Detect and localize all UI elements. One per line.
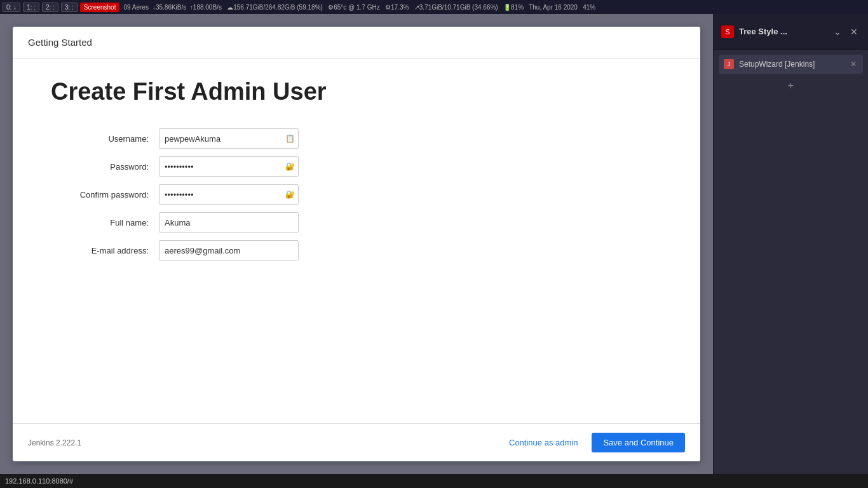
bottom-bar: 192.168.0.110:8080/# bbox=[0, 474, 868, 488]
browser-area: Getting Started Create First Admin User … bbox=[0, 14, 713, 474]
fullname-row: Full name: bbox=[51, 208, 662, 236]
password-label: Password: bbox=[51, 152, 159, 180]
tab-close-button[interactable]: ✕ bbox=[849, 58, 858, 70]
sidebar-controls: ⌄ ✕ bbox=[831, 25, 860, 38]
tab-label: SetupWizard [Jenkins] bbox=[739, 60, 844, 69]
footer-actions: Continue as admin Save and Continue bbox=[503, 433, 685, 452]
sys-tag-2[interactable]: 2: : bbox=[42, 3, 58, 12]
form-table: Username: 📋 Password: bbox=[51, 125, 662, 264]
wizard-card: Getting Started Create First Admin User … bbox=[13, 27, 700, 461]
email-field-wrapper bbox=[159, 236, 662, 264]
username-row: Username: 📋 bbox=[51, 125, 662, 152]
username-input-wrapper: 📋 bbox=[159, 128, 299, 149]
continue-as-admin-button[interactable]: Continue as admin bbox=[503, 434, 584, 451]
confirm-password-input-wrapper: 🔐 bbox=[159, 184, 299, 205]
password-input-wrapper: 🔐 bbox=[159, 156, 299, 177]
new-tab-button[interactable]: + bbox=[719, 76, 863, 95]
sys-tag-screenshot[interactable]: Screenshot bbox=[80, 3, 120, 12]
sys-tag-3[interactable]: 3: : bbox=[61, 3, 78, 12]
wizard-header-title: Getting Started bbox=[28, 37, 92, 48]
system-bar: 0: ↓ 1: : 2: : 3: : Screenshot 09 Aeres … bbox=[0, 0, 868, 14]
password-field: 🔐 bbox=[159, 152, 662, 180]
key-icon: 🔐 bbox=[285, 161, 295, 172]
sys-workspace: 09 Aeres bbox=[123, 4, 148, 11]
sidebar-header: S Tree Style ... ⌄ ✕ bbox=[714, 14, 868, 50]
confirm-password-input[interactable] bbox=[159, 184, 299, 205]
fullname-input[interactable] bbox=[159, 212, 299, 233]
wizard-body: Create First Admin User Username: 📋 bbox=[13, 59, 700, 423]
confirm-password-field: 🔐 bbox=[159, 180, 662, 208]
username-input[interactable] bbox=[159, 128, 299, 149]
url-display: 192.168.0.110:8080/# bbox=[5, 477, 73, 485]
sidebar-title: Tree Style ... bbox=[739, 27, 826, 36]
wizard-footer: Jenkins 2.222.1 Continue as admin Save a… bbox=[13, 423, 700, 461]
username-field: 📋 bbox=[159, 125, 662, 152]
document-icon: 📋 bbox=[285, 133, 295, 144]
confirm-password-row: Confirm password: 🔐 bbox=[51, 180, 662, 208]
email-input-wrapper bbox=[159, 240, 299, 261]
sys-stats: ↓35.86KiB/s ↑188.00B/s ☁156.71GiB/264.82… bbox=[153, 4, 595, 11]
key-icon-2: 🔐 bbox=[285, 189, 295, 200]
password-input[interactable] bbox=[159, 156, 299, 177]
tab-favicon: J bbox=[724, 59, 734, 69]
sidebar-body: J SetupWizard [Jenkins] ✕ + bbox=[714, 50, 868, 474]
password-row: Password: 🔐 bbox=[51, 152, 662, 180]
fullname-input-wrapper bbox=[159, 212, 299, 233]
form-title: Create First Admin User bbox=[51, 78, 662, 105]
confirm-password-label: Confirm password: bbox=[51, 180, 159, 208]
fullname-field bbox=[159, 208, 662, 236]
main-area: Getting Started Create First Admin User … bbox=[0, 14, 868, 474]
wizard-header: Getting Started bbox=[13, 27, 700, 59]
sidebar-dropdown-button[interactable]: ⌄ bbox=[831, 25, 844, 38]
email-label: E-mail address: bbox=[51, 236, 159, 264]
jenkins-version: Jenkins 2.222.1 bbox=[28, 438, 81, 447]
username-label: Username: bbox=[51, 125, 159, 152]
email-row: E-mail address: bbox=[51, 236, 662, 264]
sys-tag-0[interactable]: 0: ↓ bbox=[3, 3, 20, 12]
sys-tag-1[interactable]: 1: : bbox=[23, 3, 39, 12]
email-input[interactable] bbox=[159, 240, 299, 261]
tab-item-setupwizard[interactable]: J SetupWizard [Jenkins] ✕ bbox=[719, 55, 863, 74]
tree-style-tabs-sidebar: S Tree Style ... ⌄ ✕ J SetupWizard [Jenk… bbox=[713, 14, 868, 474]
fullname-label: Full name: bbox=[51, 208, 159, 236]
sidebar-app-icon: S bbox=[721, 25, 734, 38]
save-and-continue-button[interactable]: Save and Continue bbox=[592, 433, 685, 452]
sidebar-close-button[interactable]: ✕ bbox=[848, 25, 860, 38]
